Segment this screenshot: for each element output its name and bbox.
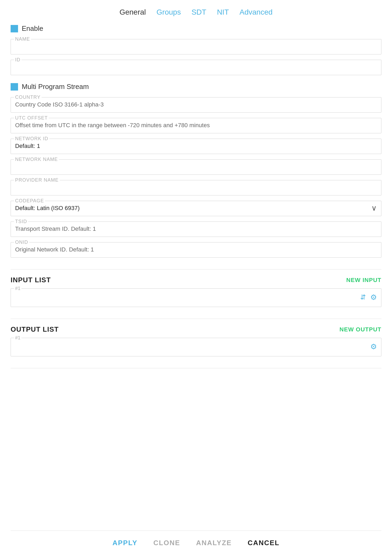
divider-1 (11, 269, 381, 270)
tsid-label: TSID (14, 219, 28, 224)
output-gear-icon[interactable]: ⚙ (370, 342, 377, 351)
output-list-header: OUTPUT LIST NEW OUTPUT (11, 325, 381, 334)
new-input-button[interactable]: NEW INPUT (346, 277, 381, 284)
input-list-item-1: #1 ⇵ ⚙ (11, 288, 381, 307)
id-label: ID (14, 57, 21, 63)
mps-label: Multi Program Stream (22, 83, 89, 91)
tab-groups[interactable]: Groups (156, 8, 181, 16)
cancel-button[interactable]: CANCEL (248, 539, 280, 547)
new-output-button[interactable]: NEW OUTPUT (339, 326, 381, 333)
enable-checkbox[interactable] (11, 25, 18, 32)
sort-icon[interactable]: ⇵ (360, 293, 366, 301)
name-label: NAME (14, 36, 31, 42)
network-name-field: NETWORK NAME (11, 159, 381, 175)
output-list-item-1: #1 ⚙ (11, 338, 381, 356)
input-item-1-actions: ⇵ ⚙ (15, 293, 377, 302)
utc-offset-value: Offset time from UTC in the range betwee… (15, 122, 377, 130)
tab-advanced[interactable]: Advanced (239, 8, 273, 16)
network-id-value: Default: 1 (15, 143, 377, 151)
input-list-title: INPUT LIST (11, 276, 51, 284)
network-id-label: NETWORK ID (14, 136, 49, 142)
utc-offset-label: UTC OFFSET (14, 115, 49, 121)
network-name-input[interactable] (15, 163, 377, 171)
onid-field: ONID Original Network ID. Default: 1 (11, 242, 381, 258)
tsid-value: Transport Stream ID. Default: 1 (15, 225, 377, 233)
analyze-button[interactable]: ANALYZE (196, 539, 232, 547)
output-item-1-label: #1 (14, 335, 21, 341)
enable-row: Enable (11, 24, 381, 33)
clone-button[interactable]: CLONE (153, 539, 180, 547)
network-id-field: NETWORK ID Default: 1 (11, 139, 381, 154)
enable-label: Enable (22, 24, 43, 33)
input-list-header: INPUT LIST NEW INPUT (11, 276, 381, 284)
apply-button[interactable]: APPLY (112, 539, 137, 547)
tab-general[interactable]: General (119, 8, 146, 16)
utc-offset-field: UTC OFFSET Offset time from UTC in the r… (11, 118, 381, 133)
tab-nav: General Groups SDT NIT Advanced (11, 8, 381, 16)
name-input[interactable] (15, 43, 377, 51)
onid-value: Original Network ID. Default: 1 (15, 246, 377, 254)
id-input[interactable] (15, 64, 377, 72)
tab-sdt[interactable]: SDT (191, 8, 206, 16)
country-value: Country Code ISO 3166-1 alpha-3 (15, 101, 377, 109)
id-field: ID (11, 60, 381, 75)
country-field: COUNTRY Country Code ISO 3166-1 alpha-3 (11, 97, 381, 113)
codepage-dropdown-icon[interactable]: ∨ (371, 204, 377, 212)
codepage-label: CODEPAGE (14, 198, 45, 204)
tab-nit[interactable]: NIT (217, 8, 229, 16)
provider-name-label: PROVIDER NAME (14, 177, 60, 183)
input-item-1-label: #1 (14, 286, 21, 291)
output-list-title: OUTPUT LIST (11, 325, 59, 334)
output-item-1-actions: ⚙ (15, 342, 377, 351)
action-bar: APPLY CLONE ANALYZE CANCEL (11, 531, 381, 547)
codepage-value: Default: Latin (ISO 6937) (15, 205, 369, 213)
provider-name-field: PROVIDER NAME (11, 180, 381, 195)
tsid-field: TSID Transport Stream ID. Default: 1 (11, 221, 381, 237)
onid-label: ONID (14, 240, 29, 245)
divider-2 (11, 319, 381, 319)
mps-row: Multi Program Stream (11, 83, 381, 91)
input-gear-icon[interactable]: ⚙ (370, 293, 377, 302)
name-field: NAME (11, 39, 381, 54)
page-container: General Groups SDT NIT Advanced Enable N… (0, 0, 392, 555)
mps-checkbox[interactable] (11, 83, 18, 91)
provider-name-input[interactable] (15, 184, 377, 192)
network-name-label: NETWORK NAME (14, 157, 59, 162)
country-label: COUNTRY (14, 95, 42, 100)
divider-3 (11, 368, 381, 368)
codepage-field: CODEPAGE Default: Latin (ISO 6937) ∨ (11, 201, 381, 216)
